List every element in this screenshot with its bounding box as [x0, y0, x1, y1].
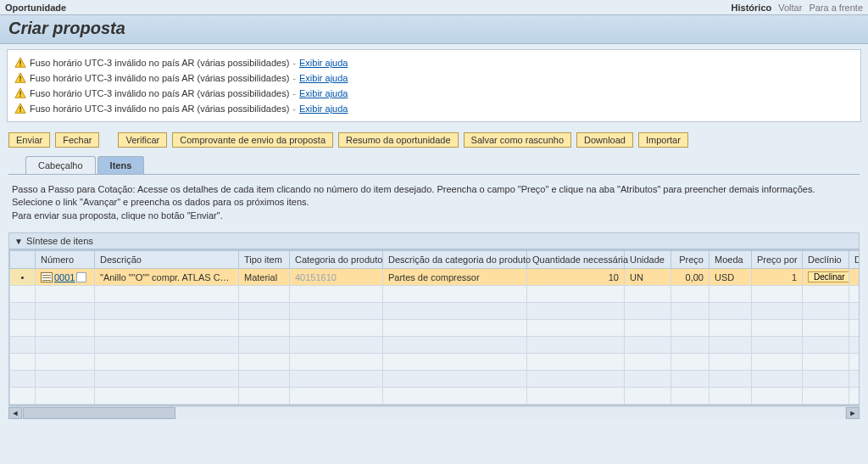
warning-icon: [14, 72, 26, 84]
table-row-empty: [10, 337, 860, 354]
cell-declinio: Declinar: [803, 269, 849, 286]
section-title: Síntese de itens: [26, 236, 93, 246]
cell-qtd: 10: [527, 269, 625, 286]
cell-tipo: Material: [239, 269, 290, 286]
tab-header[interactable]: Cabeçalho: [25, 156, 96, 174]
col-remessa[interactable]: Data de remessa: [849, 251, 860, 269]
detail-icon[interactable]: [41, 272, 53, 282]
col-descricao[interactable]: Descrição: [95, 251, 239, 269]
save-draft-button[interactable]: Salvar como rascunho: [464, 132, 571, 148]
import-button[interactable]: Importar: [638, 132, 688, 148]
table-row-empty: [10, 354, 860, 371]
col-cat-desc[interactable]: Descrição da categoria do produto: [383, 251, 527, 269]
cell-categoria: 40151610: [290, 269, 383, 286]
warning-line: Fuso horário UTC-3 inválido no país AR (…: [14, 55, 854, 70]
warning-icon: [14, 103, 26, 115]
col-unidade[interactable]: Unidade: [625, 251, 671, 269]
svg-rect-1: [19, 60, 20, 64]
items-grid: Número Descrição Tipo item Categoria do …: [8, 249, 860, 405]
col-moeda[interactable]: Moeda: [709, 251, 752, 269]
top-bar: Oportunidade Histórico Voltar Para a fre…: [0, 0, 868, 15]
table-row-empty: [10, 286, 860, 303]
item-number-link[interactable]: 0001: [54, 272, 75, 282]
warning-text: Fuso horário UTC-3 inválido no país AR (…: [30, 88, 289, 98]
svg-rect-4: [19, 75, 20, 79]
title-area: Criar proposta: [0, 15, 868, 44]
table-row-empty: [10, 320, 860, 337]
back-link[interactable]: Voltar: [778, 3, 802, 13]
summary-button[interactable]: Resumo da oportunidade: [338, 132, 459, 148]
col-qtd[interactable]: Quantidade necessária: [527, 251, 625, 269]
col-tipo[interactable]: Tipo item: [239, 251, 290, 269]
instruction-line: Selecione o link "Avançar" e preencha os…: [12, 196, 856, 209]
decline-button[interactable]: Declinar: [808, 271, 849, 282]
instruction-line: Passo a Passo para Cotação: Acesse os de…: [12, 183, 856, 196]
separator: -: [292, 103, 296, 114]
proof-button[interactable]: Comprovante de envio da proposta: [172, 132, 333, 148]
cell-moeda: USD: [709, 269, 752, 286]
header-row: Número Descrição Tipo item Categoria do …: [10, 251, 860, 269]
horizontal-scrollbar[interactable]: ◄ ►: [8, 405, 860, 419]
col-declinio[interactable]: Declínio: [803, 251, 849, 269]
warning-icon: [14, 57, 26, 69]
warning-line: Fuso horário UTC-3 inválido no país AR (…: [14, 70, 854, 86]
help-link[interactable]: Exibir ajuda: [299, 73, 348, 83]
cell-descricao: "Anillo ""O"" compr. ATLAS COPCO": [95, 269, 239, 286]
warning-text: Fuso horário UTC-3 inválido no país AR (…: [30, 103, 289, 114]
download-button[interactable]: Download: [576, 132, 633, 148]
warning-line: Fuso horário UTC-3 inválido no país AR (…: [14, 86, 854, 101]
col-select: [10, 251, 36, 269]
message-box: Fuso horário UTC-3 inválido no país AR (…: [7, 49, 861, 122]
tab-strip: Cabeçalho Itens: [8, 156, 860, 175]
cell-precopor[interactable]: 1: [752, 269, 803, 286]
scroll-left-icon[interactable]: ◄: [8, 407, 22, 419]
help-link[interactable]: Exibir ajuda: [299, 103, 348, 114]
svg-rect-2: [19, 65, 20, 66]
svg-rect-11: [19, 111, 20, 112]
action-toolbar: Enviar Fechar Verificar Comprovante de e…: [0, 127, 868, 153]
verify-button[interactable]: Verificar: [118, 132, 167, 148]
warning-text: Fuso horário UTC-3 inválido no país AR (…: [30, 58, 289, 68]
instructions: Passo a Passo para Cotação: Acesse os de…: [0, 175, 868, 227]
history-link[interactable]: Histórico: [732, 3, 772, 13]
cell-unidade: UN: [625, 269, 671, 286]
cell-cat-desc: Partes de compressor: [383, 269, 527, 286]
instruction-line: Para enviar sua proposta, clique no botã…: [12, 210, 856, 222]
page-title: Criar proposta: [8, 19, 860, 38]
svg-rect-10: [19, 106, 20, 109]
col-preco[interactable]: Preço: [671, 251, 709, 269]
cell-preco[interactable]: 0,00: [671, 269, 709, 286]
table-row-empty: [10, 371, 860, 388]
svg-rect-8: [19, 96, 20, 97]
separator: -: [292, 73, 296, 83]
col-precopor[interactable]: Preço por: [752, 251, 803, 269]
collapse-icon: ▼: [14, 237, 23, 246]
help-link[interactable]: Exibir ajuda: [299, 88, 348, 98]
col-categoria[interactable]: Categoria do produto: [290, 251, 383, 269]
separator: -: [292, 58, 296, 68]
scroll-track[interactable]: [23, 407, 845, 419]
separator: -: [292, 88, 296, 98]
table-row[interactable]: • 0001 "Anillo ""O"" compr. ATLAS COPCO"…: [10, 269, 860, 286]
help-link[interactable]: Exibir ajuda: [299, 58, 348, 68]
warning-line: Fuso horário UTC-3 inválido no país AR (…: [14, 101, 854, 116]
row-selector[interactable]: •: [10, 269, 36, 286]
scroll-right-icon[interactable]: ►: [846, 407, 860, 419]
section-toggle[interactable]: ▼ Síntese de itens: [8, 232, 860, 249]
close-button[interactable]: Fechar: [55, 132, 99, 148]
value-help-icon[interactable]: [76, 272, 86, 282]
col-numero[interactable]: Número: [36, 251, 95, 269]
table-row-empty: [10, 388, 860, 405]
warning-text: Fuso horário UTC-3 inválido no país AR (…: [30, 73, 289, 83]
scroll-thumb[interactable]: [23, 407, 175, 419]
toolbar-gap: [104, 132, 113, 148]
table-row-empty: [10, 303, 860, 320]
send-button[interactable]: Enviar: [8, 132, 50, 148]
cell-remessa[interactable]: [849, 269, 860, 286]
forward-link[interactable]: Para a frente: [809, 3, 863, 13]
svg-rect-7: [19, 91, 20, 94]
breadcrumb: Oportunidade: [5, 3, 66, 13]
svg-rect-5: [19, 81, 20, 81]
warning-icon: [14, 87, 26, 99]
tab-items[interactable]: Itens: [97, 156, 145, 174]
